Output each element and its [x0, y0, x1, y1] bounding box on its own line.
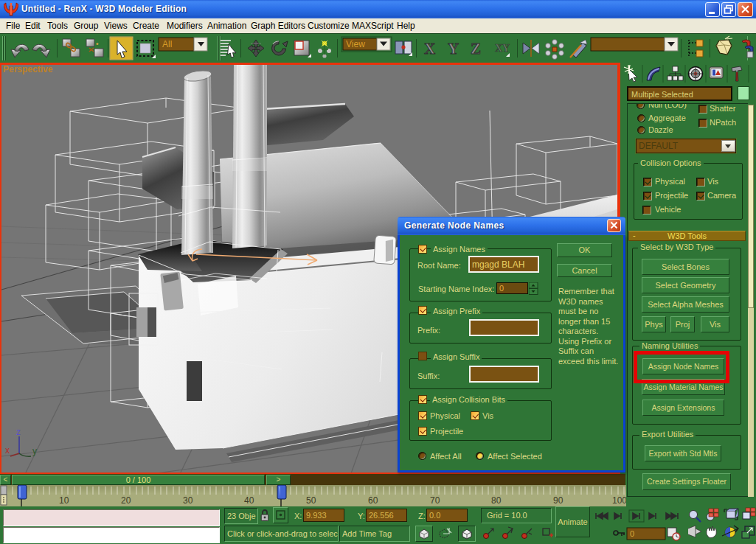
svg-text:80: 80 — [491, 495, 502, 506]
svg-text:z: z — [16, 427, 21, 437]
svg-text:20: 20 — [121, 495, 131, 506]
svg-text:XY: XY — [495, 43, 510, 54]
svg-text:100: 100 — [612, 495, 626, 506]
svg-text:40: 40 — [244, 495, 254, 506]
svg-text:X: X — [424, 40, 435, 57]
svg-text:10: 10 — [59, 495, 69, 506]
svg-text:y: y — [32, 446, 37, 456]
svg-text:View: View — [346, 39, 365, 49]
svg-text:Y: Y — [448, 40, 459, 57]
svg-text:x: x — [5, 445, 10, 456]
svg-text:0: 0 — [630, 529, 634, 538]
svg-text:60: 60 — [368, 495, 378, 506]
svg-text:30: 30 — [183, 495, 193, 506]
svg-text:Z: Z — [471, 40, 481, 57]
svg-text:90: 90 — [553, 495, 563, 506]
svg-text:All: All — [162, 39, 172, 49]
svg-text:50: 50 — [306, 495, 316, 506]
svg-text:70: 70 — [430, 495, 440, 506]
